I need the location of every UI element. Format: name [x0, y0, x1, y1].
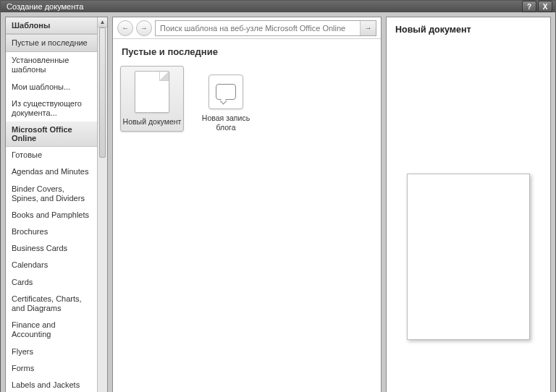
category-header-templates: Шаблоны — [6, 17, 97, 34]
arrow-left-icon: ← — [122, 24, 129, 32]
template-item[interactable]: Новая запись блога — [194, 66, 258, 137]
dialog-body: ШаблоныПустые и последниеУстановленные ш… — [1, 12, 555, 392]
close-icon: X — [543, 3, 548, 11]
main-row: ШаблоныПустые и последниеУстановленные ш… — [5, 17, 551, 392]
sidebar-item[interactable]: Готовые — [6, 147, 97, 163]
sidebar-item[interactable]: Из существующего документа... — [6, 95, 97, 122]
toolbar: ← → → — [113, 17, 381, 39]
search-input[interactable] — [156, 21, 360, 35]
scrollbar[interactable]: ▲ ▼ — [97, 17, 107, 392]
sidebar-item[interactable]: Certificates, Charts, and Diagrams — [6, 291, 97, 317]
speech-bubble-icon — [216, 84, 236, 100]
scroll-up-button[interactable]: ▲ — [98, 17, 107, 27]
sidebar-item[interactable]: Books and Pamphlets — [6, 207, 97, 223]
category-header-online: Microsoft Office Online — [6, 122, 97, 147]
preview-title: Новый документ — [395, 25, 542, 35]
sidebar-item[interactable]: Flyers — [6, 344, 97, 360]
sidebar: ШаблоныПустые и последниеУстановленные ш… — [5, 17, 108, 392]
center-panel: ← → → Пустые и последние Новый документН… — [112, 17, 382, 392]
document-icon — [135, 71, 169, 113]
sidebar-item[interactable]: Пустые и последние — [6, 34, 97, 52]
sidebar-item[interactable]: Мои шаблоны... — [6, 79, 97, 95]
sidebar-item[interactable]: Binder Covers, Spines, and Dividers — [6, 181, 97, 207]
sidebar-item[interactable]: Labels and Jackets — [6, 377, 97, 392]
titlebar: Создание документа ? X — [1, 1, 555, 12]
back-button[interactable]: ← — [117, 20, 133, 36]
template-label: Новая запись блога — [196, 114, 256, 132]
sidebar-item[interactable]: Calendars — [6, 257, 97, 273]
forward-button[interactable]: → — [136, 20, 152, 36]
sidebar-item[interactable]: Установленные шаблоны — [6, 52, 97, 78]
template-item[interactable]: Новый документ — [120, 66, 184, 132]
preview-page — [407, 174, 530, 340]
close-button[interactable]: X — [538, 1, 552, 12]
sidebar-item[interactable]: Brochures — [6, 223, 97, 240]
template-label: Новый документ — [123, 117, 182, 127]
go-icon: → — [365, 24, 372, 32]
new-document-dialog: Создание документа ? X ШаблоныПустые и п… — [0, 0, 556, 392]
preview-panel: Новый документ — [386, 17, 551, 392]
sidebar-item[interactable]: Business Cards — [6, 240, 97, 257]
sidebar-item[interactable]: Agendas and Minutes — [6, 163, 97, 180]
help-icon: ? — [527, 3, 531, 11]
help-button[interactable]: ? — [522, 1, 536, 12]
search-go-button[interactable]: → — [360, 21, 376, 35]
scroll-thumb[interactable] — [99, 27, 106, 158]
template-grid: Новый документНовая запись блога — [113, 63, 381, 392]
arrow-right-icon: → — [140, 24, 148, 32]
section-title: Пустые и последние — [113, 39, 381, 63]
sidebar-item[interactable]: Forms — [6, 360, 97, 377]
sidebar-item[interactable]: Finance and Accounting — [6, 317, 97, 343]
preview-canvas — [395, 39, 542, 392]
dialog-title: Создание документа — [7, 2, 521, 11]
blog-icon — [208, 74, 243, 109]
search-field: → — [155, 20, 376, 36]
sidebar-item[interactable]: Cards — [6, 274, 97, 291]
category-list[interactable]: ШаблоныПустые и последниеУстановленные ш… — [6, 17, 97, 392]
